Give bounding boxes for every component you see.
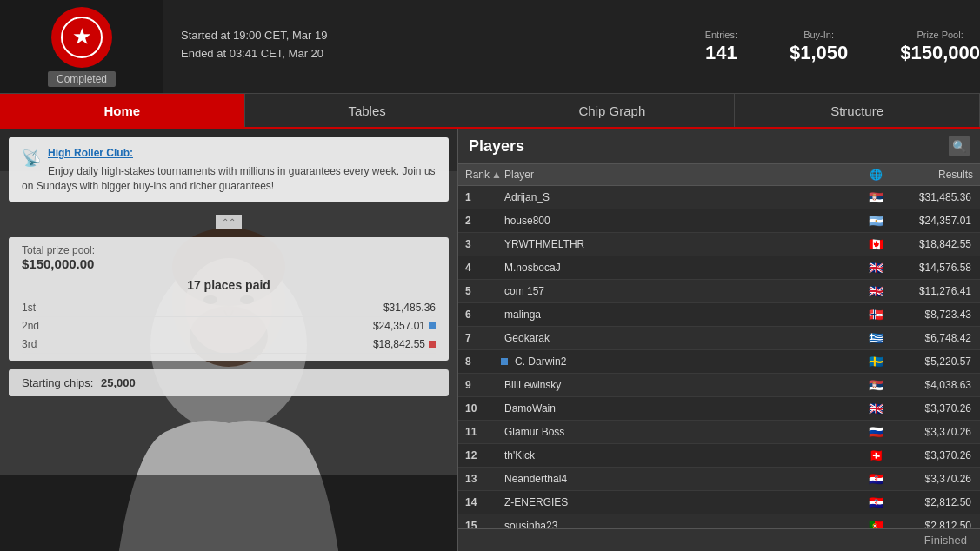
search-button[interactable]: 🔍 bbox=[949, 136, 970, 156]
starting-chips-label: Starting chips: bbox=[22, 376, 93, 389]
player-row-2[interactable]: 2 house800 🇦🇷 $24,357.01 bbox=[458, 209, 980, 233]
places-paid: 17 places paid bbox=[22, 278, 436, 292]
prize-pool-stat: Prize Pool: $150,000 bbox=[900, 30, 980, 64]
svg-text:★: ★ bbox=[73, 26, 91, 48]
player-flag-5: 🇬🇧 bbox=[858, 280, 893, 302]
rank-6: 6 bbox=[458, 304, 497, 325]
prize-amount-1: $31,485.36 bbox=[65, 302, 436, 314]
player-results-15: $2,812.50 bbox=[893, 515, 980, 528]
col-header-rank[interactable]: Rank ▲ bbox=[458, 164, 497, 185]
player-flag-8: 🇸🇪 bbox=[858, 350, 893, 373]
prize-pool-amount: $150,000.00 bbox=[22, 256, 436, 271]
rank-12: 12 bbox=[458, 445, 497, 466]
player-name-9: BillLewinsky bbox=[497, 375, 858, 395]
ended-time: Ended at 03:41 CET, Mar 20 bbox=[181, 47, 670, 60]
prize-amount-3: $18,842.55 bbox=[65, 338, 425, 350]
rank-7: 7 bbox=[458, 328, 497, 349]
player-row-5[interactable]: 5 com 157 🇬🇧 $11,276.41 bbox=[458, 280, 980, 303]
rank-10: 10 bbox=[458, 398, 497, 419]
rank-5: 5 bbox=[458, 281, 497, 302]
player-row-13[interactable]: 13 Neanderthal4 🇭🇷 $3,370.26 bbox=[458, 468, 980, 491]
logo-area: ★ Completed bbox=[0, 0, 163, 93]
header-stats: Entries: 141 Buy-In: $1,050 Prize Pool: … bbox=[705, 30, 980, 64]
starting-chips-value: 25,000 bbox=[101, 376, 136, 389]
player-row-14[interactable]: 14 Z-ENERGIES 🇭🇷 $2,812.50 bbox=[458, 491, 980, 514]
col-header-flag: 🌐 bbox=[858, 164, 893, 185]
promo-title[interactable]: High Roller Club: bbox=[22, 146, 436, 161]
player-name-1: Adrijan_S bbox=[497, 187, 858, 208]
player-results-11: $3,370.26 bbox=[893, 422, 980, 442]
rank-15: 15 bbox=[458, 515, 497, 528]
player-row-6[interactable]: 6 malinga 🇳🇴 $8,723.43 bbox=[458, 303, 980, 327]
player-name-14: Z-ENERGIES bbox=[497, 492, 858, 513]
player-row-3[interactable]: 3 YRWTHMELTHR 🇨🇦 $18,842.55 bbox=[458, 233, 980, 256]
prize-rank-3: 3rd bbox=[22, 338, 65, 350]
player-flag-13: 🇭🇷 bbox=[858, 468, 893, 490]
player-row-1[interactable]: 1 Adrijan_S 🇷🇸 $31,485.36 bbox=[458, 186, 980, 209]
player-name-6: malinga bbox=[497, 304, 858, 325]
tab-chip-graph[interactable]: Chip Graph bbox=[490, 94, 736, 127]
player-row-7[interactable]: 7 Geokarak 🇬🇷 $6,748.42 bbox=[458, 327, 980, 350]
rank-2: 2 bbox=[458, 210, 497, 231]
player-name-3: YRWTHMELTHR bbox=[497, 234, 858, 255]
player-flag-15: 🇵🇹 bbox=[858, 514, 893, 528]
prize-pool-label: Total prize pool: bbox=[22, 244, 436, 256]
player-results-3: $18,842.55 bbox=[893, 234, 980, 255]
player-name-10: DamoWain bbox=[497, 398, 858, 419]
player-results-13: $3,370.26 bbox=[893, 468, 980, 489]
tab-home[interactable]: Home bbox=[0, 94, 245, 127]
rank-13: 13 bbox=[458, 468, 497, 489]
prize-rank-2: 2nd bbox=[22, 320, 65, 332]
player-name-13: Neanderthal4 bbox=[497, 468, 858, 489]
promo-text: Enjoy daily high-stakes tournaments with… bbox=[22, 165, 436, 192]
rank-8: 8 bbox=[458, 351, 497, 372]
rank-1: 1 bbox=[458, 187, 497, 208]
player-results-5: $11,276.41 bbox=[893, 281, 980, 302]
player-row-15[interactable]: 15 sousinha23 🇵🇹 $2,812.50 bbox=[458, 514, 980, 528]
player-results-8: $5,220.57 bbox=[893, 351, 980, 372]
player-row-9[interactable]: 9 BillLewinsky 🇷🇸 $4,038.63 bbox=[458, 374, 980, 397]
player-flag-7: 🇬🇷 bbox=[858, 327, 893, 349]
player-name-12: th'Kick bbox=[497, 445, 858, 466]
player-name-8: C. Darwin2 bbox=[508, 351, 858, 372]
player-results-4: $14,576.58 bbox=[893, 257, 980, 278]
header: ★ Completed Started at 19:00 CET, Mar 19… bbox=[0, 0, 980, 94]
finished-bar: Finished bbox=[458, 528, 980, 551]
player-results-2: $24,357.01 bbox=[893, 210, 980, 231]
player-row-12[interactable]: 12 th'Kick 🇨🇭 $3,370.26 bbox=[458, 444, 980, 468]
prize-rows: 1st $31,485.36 2nd $24,357.01 3rd $18,84… bbox=[22, 299, 436, 354]
tab-tables[interactable]: Tables bbox=[245, 94, 490, 127]
player-results-10: $3,370.26 bbox=[893, 398, 980, 419]
right-panel: Players 🔍 Rank ▲ Player 🌐 Results 1 Adri… bbox=[458, 129, 980, 551]
rank-9: 9 bbox=[458, 375, 497, 395]
player-row-8[interactable]: 8 C. Darwin2 🇸🇪 $5,220.57 bbox=[458, 350, 980, 374]
main-content: 📡 High Roller Club: Enjoy daily high-sta… bbox=[0, 129, 980, 551]
players-title: Players bbox=[469, 137, 524, 156]
prize-row-3: 3rd $18,842.55 bbox=[22, 335, 436, 354]
tab-structure[interactable]: Structure bbox=[735, 94, 980, 127]
players-header: Players 🔍 bbox=[458, 129, 980, 164]
player-flag-12: 🇨🇭 bbox=[858, 444, 893, 467]
wifi-icon: 📡 bbox=[22, 148, 41, 169]
prize-rank-1: 1st bbox=[22, 302, 65, 314]
player-name-7: Geokarak bbox=[497, 328, 858, 349]
rank-4: 4 bbox=[458, 257, 497, 278]
player-name-11: Glamur Boss bbox=[497, 422, 858, 442]
expand-button[interactable]: ⌃⌃ bbox=[216, 215, 242, 229]
player-name-4: M.nosbocaJ bbox=[497, 257, 858, 278]
player-results-7: $6,748.42 bbox=[893, 328, 980, 349]
players-list: 1 Adrijan_S 🇷🇸 $31,485.36 2 house800 🇦🇷 … bbox=[458, 186, 980, 528]
starting-chips: Starting chips: 25,000 bbox=[9, 369, 449, 396]
header-info: Started at 19:00 CET, Mar 19 Ended at 03… bbox=[163, 20, 688, 74]
player-flag-11: 🇷🇺 bbox=[858, 421, 893, 443]
buyin-stat: Buy-In: $1,050 bbox=[790, 30, 848, 64]
completed-badge: Completed bbox=[48, 71, 116, 87]
row-indicator-blue bbox=[501, 358, 508, 365]
prize-row-2: 2nd $24,357.01 bbox=[22, 317, 436, 335]
player-flag-9: 🇷🇸 bbox=[858, 374, 893, 396]
player-results-14: $2,812.50 bbox=[893, 492, 980, 513]
player-row-11[interactable]: 11 Glamur Boss 🇷🇺 $3,370.26 bbox=[458, 421, 980, 444]
player-flag-10: 🇬🇧 bbox=[858, 397, 893, 420]
player-row-4[interactable]: 4 M.nosbocaJ 🇬🇧 $14,576.58 bbox=[458, 256, 980, 280]
player-row-10[interactable]: 10 DamoWain 🇬🇧 $3,370.26 bbox=[458, 397, 980, 421]
